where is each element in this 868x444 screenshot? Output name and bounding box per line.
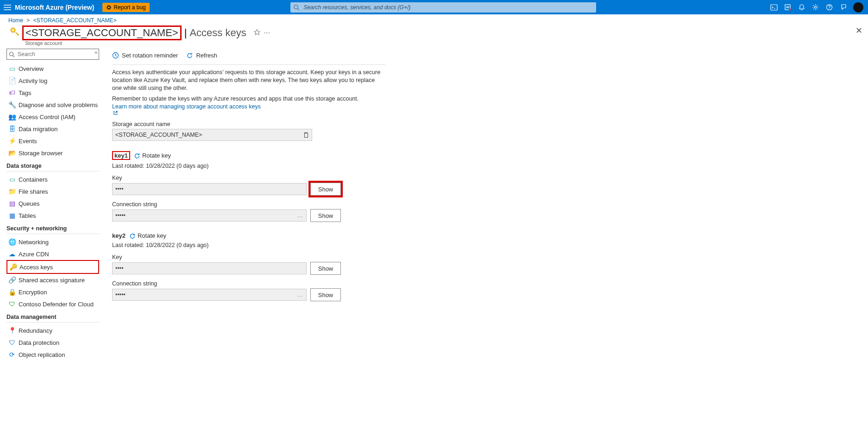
command-bar: Set rotation reminder Refresh <box>112 46 492 64</box>
key1-name: key1 <box>112 151 130 160</box>
breadcrumb-item[interactable]: <STORAGE_ACCOUNT_NAME> <box>33 17 117 24</box>
collapse-sidebar-icon[interactable]: « <box>94 49 98 56</box>
sidebar-item-object-replication[interactable]: ⟳Object replication <box>6 349 99 361</box>
copy-icon[interactable] <box>303 132 309 138</box>
brand[interactable]: Microsoft Azure (Preview) <box>15 4 102 11</box>
overview-icon: ▭ <box>7 65 17 72</box>
activity-log-icon: 📄 <box>7 77 17 84</box>
sidebar-item-label: Overview <box>19 65 44 72</box>
sidebar-item-diagnose[interactable]: 🔧Diagnose and solve problems <box>6 99 99 111</box>
feedback-icon[interactable] <box>837 0 850 14</box>
sidebar-item-data-protection[interactable]: 🛡Data protection <box>6 336 99 349</box>
key1-key-show-button[interactable]: Show <box>310 183 341 196</box>
sidebar-item-label: Diagnose and solve problems <box>19 101 98 108</box>
external-link-icon <box>112 110 381 115</box>
key2-rotate-button[interactable]: Rotate key <box>129 232 166 239</box>
key2-name: key2 <box>112 232 126 239</box>
key2-key-show-button[interactable]: Show <box>310 262 341 275</box>
cmd-label: Refresh <box>196 52 217 59</box>
sidebar-item-events[interactable]: ⚡Events <box>6 135 99 147</box>
key2-conn-show-button[interactable]: Show <box>310 288 341 301</box>
sidebar-item-azure-cdn[interactable]: ☁Azure CDN <box>6 248 99 260</box>
key1-last-rotated: Last rotated: 10/28/2022 (0 days ago) <box>112 163 492 169</box>
sidebar-item-containers[interactable]: ▭Containers <box>6 173 99 185</box>
key1-rotate-button[interactable]: Rotate key <box>134 152 171 159</box>
sidebar-item-networking[interactable]: 🌐Networking <box>6 236 99 248</box>
group-security: Security + networking <box>6 225 99 232</box>
refresh-icon <box>186 52 193 59</box>
sidebar-item-sas[interactable]: 🔗Shared access signature <box>6 274 99 286</box>
sidebar-item-activity-log[interactable]: 📄Activity log <box>6 75 99 87</box>
account-name-title: <STORAGE_ACCOUNT_NAME> <box>25 27 178 38</box>
sidebar-item-label: Access keys <box>19 264 53 271</box>
san-value-box: <STORAGE_ACCOUNT_NAME> <box>112 129 312 141</box>
bug-icon <box>106 5 113 10</box>
tables-icon: ▦ <box>7 212 17 219</box>
cdn-icon: ☁ <box>7 250 17 258</box>
key2-header: key2 Rotate key <box>112 232 492 239</box>
breadcrumb-home[interactable]: Home <box>8 17 23 24</box>
sidebar-item-iam[interactable]: 👥Access Control (IAM) <box>6 111 99 123</box>
svg-line-12 <box>13 55 15 57</box>
group-data-storage: Data storage <box>6 163 99 169</box>
favorite-star-icon[interactable] <box>252 29 262 36</box>
sidebar-item-tables[interactable]: ▦Tables <box>6 209 99 222</box>
avatar[interactable] <box>853 2 863 13</box>
set-rotation-reminder-button[interactable]: Set rotation reminder <box>112 52 178 59</box>
sidebar-search[interactable] <box>6 49 99 60</box>
sidebar-item-overview[interactable]: ▭Overview <box>6 63 99 75</box>
hamburger-icon[interactable] <box>0 5 15 10</box>
cloud-shell-icon[interactable] <box>767 0 781 14</box>
sidebar-item-defender[interactable]: 🛡Contoso Defender for Cloud <box>6 298 99 310</box>
sidebar-search-input[interactable] <box>17 51 99 58</box>
sidebar-item-file-shares[interactable]: 📁File shares <box>6 185 99 197</box>
key1-key-value: •••• <box>112 183 307 195</box>
rotate-icon <box>134 152 140 159</box>
events-icon: ⚡ <box>7 137 17 145</box>
key-icon: 🔑 <box>8 263 18 271</box>
sidebar-item-label: Events <box>19 138 37 145</box>
refresh-button[interactable]: Refresh <box>186 52 217 59</box>
key2-conn-label: Connection string <box>112 280 492 287</box>
search-icon <box>7 51 17 57</box>
key-icon <box>8 25 21 38</box>
notifications-icon[interactable] <box>795 0 809 14</box>
svg-rect-14 <box>305 133 308 138</box>
settings-icon[interactable] <box>809 0 823 14</box>
content: Set rotation reminder Refresh Access key… <box>102 46 492 361</box>
sidebar-item-tags[interactable]: 🏷Tags <box>6 87 99 99</box>
sidebar-item-queues[interactable]: ▤Queues <box>6 197 99 209</box>
directories-icon[interactable] <box>781 0 795 14</box>
sidebar-item-redundancy[interactable]: 📍Redundancy <box>6 324 99 336</box>
global-search[interactable] <box>290 2 596 13</box>
sidebar-item-label: Queues <box>19 200 40 207</box>
close-icon[interactable]: ✕ <box>854 24 864 38</box>
group-data-mgmt: Data management <box>6 314 99 320</box>
report-bug-button[interactable]: Report a bug <box>102 3 149 12</box>
learn-more-link[interactable]: Learn more about managing storage accoun… <box>112 103 381 116</box>
queues-icon: ▤ <box>7 200 17 207</box>
global-search-input[interactable] <box>302 4 596 11</box>
top-bar: Microsoft Azure (Preview) Report a bug <box>0 0 868 14</box>
sidebar-item-label: Contoso Defender for Cloud <box>19 301 94 308</box>
key1-conn-value: ••••• … <box>112 209 307 222</box>
sidebar-item-label: Tags <box>19 89 31 96</box>
svg-point-8 <box>829 8 830 9</box>
key1-conn-show-button[interactable]: Show <box>310 209 341 222</box>
page-name: Access keys <box>189 27 246 39</box>
help-icon[interactable] <box>823 0 837 14</box>
rotate-label: Rotate key <box>138 232 166 239</box>
sidebar-item-access-keys[interactable]: 🔑Access keys <box>6 260 99 274</box>
sidebar-item-storage-browser[interactable]: 📂Storage browser <box>6 147 99 159</box>
svg-point-11 <box>10 52 13 56</box>
page-title-row: <STORAGE_ACCOUNT_NAME> | Access keys ···… <box>0 24 868 46</box>
key2-key-value: •••• <box>112 262 307 274</box>
key1-conn-label: Connection string <box>112 201 492 208</box>
data-protection-icon: 🛡 <box>7 339 17 346</box>
containers-icon: ▭ <box>7 176 17 183</box>
sidebar-item-data-migration[interactable]: 🗄Data migration <box>6 123 99 135</box>
iam-icon: 👥 <box>7 113 17 121</box>
sidebar-item-encryption[interactable]: 🔒Encryption <box>6 286 99 298</box>
more-icon[interactable]: ··· <box>262 29 272 36</box>
svg-point-1 <box>294 5 298 8</box>
